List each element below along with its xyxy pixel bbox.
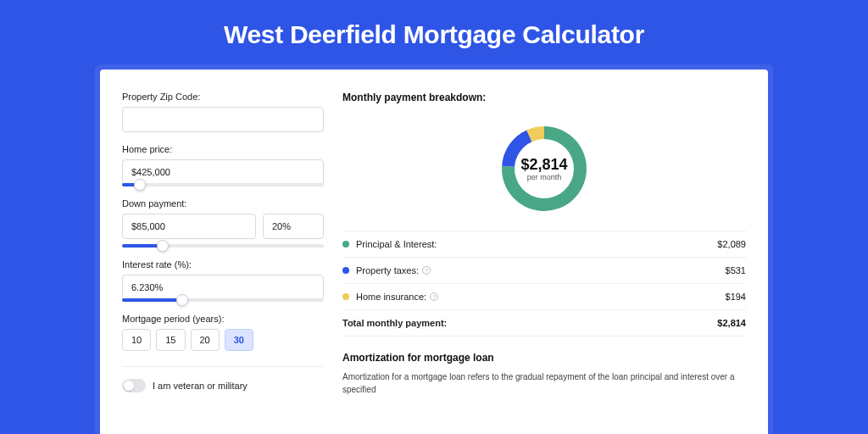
legend-value-taxes: $531 — [726, 265, 746, 275]
period-options: 10 15 20 30 — [122, 329, 324, 351]
legend-label-taxes: Property taxes: ? — [356, 265, 431, 275]
inputs-column: Property Zip Code: Home price: Down paym… — [122, 92, 324, 434]
legend-value-principal: $2,089 — [717, 239, 746, 249]
period-option-30[interactable]: 30 — [225, 329, 253, 351]
outer-card: Property Zip Code: Home price: Down paym… — [95, 64, 773, 434]
donut-center-amount: $2,814 — [520, 156, 567, 173]
amortization-heading: Amortization for mortgage loan — [342, 352, 746, 364]
rate-label: Interest rate (%): — [122, 259, 324, 270]
legend-dot-principal — [342, 241, 349, 248]
legend-dot-insurance — [342, 293, 349, 300]
veteran-label: I am veteran or military — [153, 381, 248, 391]
page-title: West Deerfield Mortgage Calculator — [0, 0, 868, 64]
period-field-group: Mortgage period (years): 10 15 20 30 — [122, 314, 324, 351]
down-amount-input[interactable] — [122, 214, 256, 239]
legend-value-insurance: $194 — [726, 292, 746, 302]
legend-dot-taxes — [342, 267, 349, 274]
legend-value-total: $2,814 — [717, 318, 746, 328]
calculator-card: Property Zip Code: Home price: Down paym… — [100, 70, 768, 434]
zip-input[interactable] — [122, 107, 324, 132]
legend-row-insurance: Home insurance: ? $194 — [342, 284, 746, 310]
period-option-20[interactable]: 20 — [191, 329, 220, 351]
down-pct-input[interactable] — [263, 214, 324, 239]
info-icon[interactable]: ? — [422, 266, 431, 275]
down-slider[interactable] — [122, 244, 324, 248]
legend-table: Principal & Interest: $2,089 Property ta… — [342, 231, 746, 337]
price-label: Home price: — [122, 144, 324, 154]
info-icon[interactable]: ? — [430, 292, 438, 301]
legend-label-insurance: Home insurance: ? — [356, 292, 438, 302]
period-label: Mortgage period (years): — [122, 314, 324, 324]
period-option-10[interactable]: 10 — [122, 329, 151, 351]
legend-row-total: Total monthly payment: $2,814 — [342, 310, 746, 337]
rate-input[interactable] — [122, 275, 324, 300]
price-field-group: Home price: — [122, 144, 324, 186]
price-input[interactable] — [122, 159, 324, 185]
amortization-text: Amortization for a mortgage loan refers … — [342, 370, 746, 396]
legend-label-principal: Principal & Interest: — [356, 239, 437, 249]
donut-center-sub: per month — [527, 173, 562, 181]
down-field-group: Down payment: — [122, 198, 324, 248]
donut-chart: $2,814 per month — [342, 114, 746, 231]
zip-label: Property Zip Code: — [122, 92, 324, 102]
price-slider[interactable] — [122, 183, 324, 186]
period-option-15[interactable]: 15 — [156, 329, 185, 351]
breakdown-column: Monthly payment breakdown: $2,814 per mo… — [342, 92, 746, 434]
down-label: Down payment: — [122, 198, 324, 209]
breakdown-heading: Monthly payment breakdown: — [342, 92, 746, 103]
zip-field-group: Property Zip Code: — [122, 92, 324, 132]
veteran-row: I am veteran or military — [122, 366, 324, 392]
rate-field-group: Interest rate (%): — [122, 259, 324, 302]
veteran-toggle[interactable] — [122, 379, 146, 392]
legend-row-taxes: Property taxes: ? $531 — [342, 258, 746, 284]
legend-label-total: Total monthly payment: — [342, 318, 447, 328]
rate-slider[interactable] — [122, 298, 324, 302]
legend-row-principal: Principal & Interest: $2,089 — [342, 231, 746, 258]
